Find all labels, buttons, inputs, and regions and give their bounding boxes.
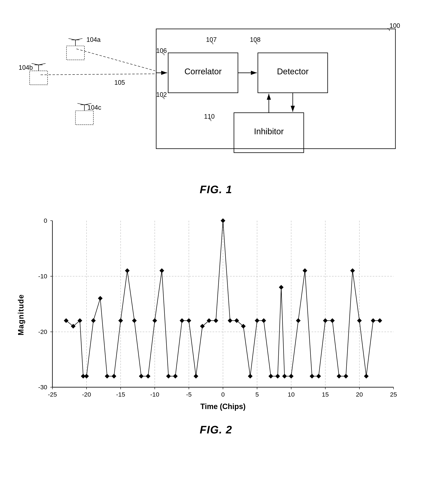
svg-rect-97 [180, 318, 184, 323]
svg-text:25: 25 [390, 391, 397, 398]
svg-rect-116 [303, 268, 307, 273]
svg-rect-108 [255, 318, 259, 323]
svg-text:-15: -15 [116, 391, 125, 398]
svg-text:15: 15 [322, 391, 329, 398]
svg-rect-111 [275, 374, 280, 379]
svg-rect-98 [187, 318, 191, 323]
svg-rect-92 [146, 374, 151, 379]
svg-text:105: 105 [114, 79, 125, 86]
svg-text:-10: -10 [150, 391, 159, 398]
svg-rect-104 [228, 318, 233, 323]
x-axis-label-text: Time (Chips) [200, 402, 245, 411]
fig1-diagram: 100 106 107 108 110 102 Corre [17, 12, 415, 179]
svg-rect-122 [344, 374, 348, 379]
svg-text:104a: 104a [86, 36, 101, 43]
svg-text:10: 10 [288, 391, 294, 398]
svg-text:106: 106 [156, 47, 167, 54]
svg-rect-107 [248, 374, 253, 379]
svg-rect-119 [323, 318, 328, 323]
svg-text:-5: -5 [186, 391, 192, 398]
svg-rect-102 [214, 318, 218, 323]
detector-label: Detector [277, 67, 309, 76]
y-axis-label: Magnitude [17, 294, 25, 335]
svg-rect-95 [166, 374, 171, 379]
svg-rect-115 [296, 318, 301, 323]
svg-rect-32 [76, 111, 93, 125]
svg-text:20: 20 [356, 391, 363, 398]
svg-line-14 [77, 49, 155, 71]
svg-rect-88 [118, 318, 123, 323]
svg-text:-20: -20 [38, 328, 47, 335]
svg-rect-113 [282, 374, 287, 379]
svg-rect-125 [364, 374, 369, 379]
svg-rect-114 [289, 374, 294, 379]
svg-rect-99 [194, 374, 199, 379]
fig2-section: Magnitude [17, 212, 415, 436]
svg-rect-118 [316, 374, 321, 379]
svg-rect-85 [98, 296, 103, 301]
svg-text:100: 100 [389, 22, 400, 29]
svg-text:107: 107 [206, 36, 217, 43]
svg-rect-83 [84, 374, 89, 379]
correlator-label: Correlator [184, 67, 222, 76]
svg-text:110: 110 [204, 113, 215, 120]
svg-rect-93 [152, 318, 157, 323]
svg-rect-90 [132, 318, 137, 323]
svg-rect-110 [268, 374, 273, 379]
svg-text:0: 0 [44, 217, 47, 224]
inhibitor-label: Inhibitor [254, 127, 284, 136]
svg-rect-103 [221, 218, 225, 223]
svg-rect-121 [337, 374, 342, 379]
fig1-title: FIG. 1 [17, 183, 415, 196]
svg-text:-10: -10 [38, 273, 47, 279]
svg-rect-124 [357, 318, 362, 323]
svg-rect-89 [125, 268, 130, 273]
svg-text:-30: -30 [38, 384, 47, 391]
fig2-title: FIG. 2 [17, 423, 415, 436]
svg-rect-127 [378, 318, 382, 323]
svg-rect-120 [330, 318, 335, 323]
svg-rect-123 [350, 268, 355, 273]
fig1-section: 100 106 107 108 110 102 Corre [17, 12, 415, 200]
svg-line-15 [41, 74, 155, 75]
svg-text:5: 5 [255, 391, 259, 398]
svg-text:104b: 104b [19, 64, 33, 71]
svg-rect-96 [173, 374, 178, 379]
svg-rect-126 [371, 318, 376, 323]
svg-text:104c: 104c [87, 104, 101, 111]
svg-rect-84 [91, 318, 96, 323]
svg-text:102: 102 [156, 91, 167, 98]
svg-rect-20 [67, 46, 85, 60]
svg-rect-79 [64, 318, 69, 323]
svg-text:108: 108 [250, 36, 260, 43]
svg-rect-26 [30, 71, 47, 85]
svg-rect-112 [279, 285, 284, 290]
svg-text:-20: -20 [82, 391, 91, 398]
page: 100 106 107 108 110 102 Corre [0, 0, 432, 504]
svg-rect-109 [261, 318, 266, 323]
fig2-chart: 0 -10 -20 -30 -25 -20 -15 -10 [27, 212, 402, 416]
svg-rect-87 [112, 374, 116, 379]
svg-rect-86 [105, 374, 110, 379]
svg-text:-25: -25 [48, 391, 57, 398]
svg-rect-94 [160, 268, 164, 273]
chart-wrapper: Magnitude [17, 212, 415, 417]
svg-rect-117 [310, 374, 314, 379]
svg-text:0: 0 [221, 391, 225, 398]
svg-rect-91 [139, 374, 144, 379]
